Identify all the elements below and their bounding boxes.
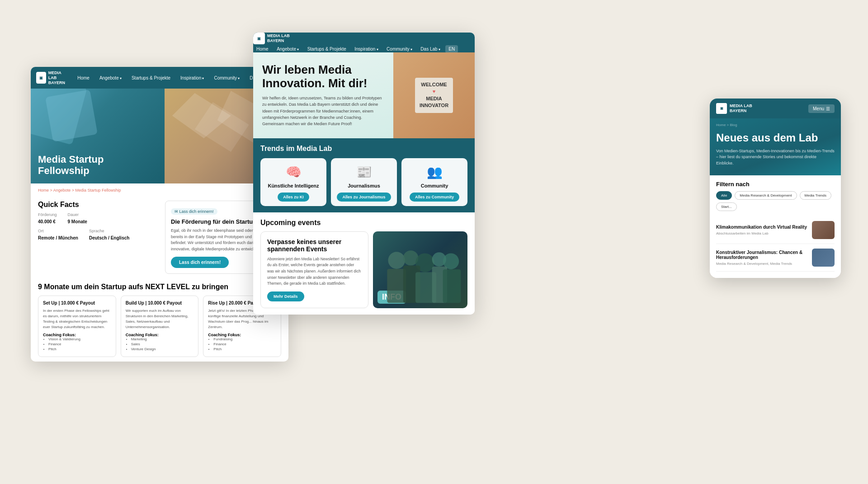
- mobile-navbar: ▣ MEDIA LAB BAYERN Menu ☰: [710, 99, 841, 118]
- fact-dauer-value: 9 Monate: [68, 219, 87, 224]
- main-breadcrumb-area: Home > Angebote > Media Startup Fellowsh…: [31, 183, 288, 201]
- center-nav-lang[interactable]: EN: [445, 45, 458, 53]
- filter-section: Filtern nach Alle Media Research & Devel…: [710, 175, 841, 216]
- trend-btn-ki[interactable]: Alles zu KI: [278, 193, 309, 202]
- quick-facts-title: Quick Facts: [38, 201, 154, 209]
- phases-grid: Set Up | 10.000 € Payout In der ersten P…: [38, 296, 281, 357]
- quick-facts-col: Quick Facts Förderung 40.000 € Dauer 9 M…: [38, 201, 154, 274]
- center-hero-text: Wir helfen dir, Ideen umzusetzen, Teams …: [262, 95, 384, 127]
- main-logo-text: MEDIA LAB BAYERN: [48, 70, 67, 85]
- filter-tag-mediatrends[interactable]: Media Trends: [800, 191, 831, 200]
- center-navbar: ▣ MEDIA LAB BAYERN Home Angebote Startup…: [253, 33, 475, 52]
- event-image: INFO: [373, 231, 467, 308]
- mobile-logo-icon: ▣: [716, 103, 727, 114]
- phase-list-item: Finance: [48, 342, 111, 346]
- fact-row-2: Ort Remote / München Sprache Deutsch / E…: [38, 229, 154, 241]
- phase-list-item: Pitch: [48, 347, 111, 351]
- main-nav-home[interactable]: Home: [74, 74, 93, 82]
- center-logo-text: MEDIA LAB BAYERN: [267, 33, 290, 43]
- quick-facts-section: Quick Facts Förderung 40.000 € Dauer 9 M…: [31, 201, 288, 278]
- filter-tag-mrd[interactable]: Media Research & Development: [735, 191, 797, 200]
- upcoming-card-title: Verpasse keines unserer spannenden Event…: [267, 238, 362, 253]
- mobile-menu-label: Menu: [813, 106, 824, 111]
- phase-list-1: Marketing Sales Venture Design: [126, 337, 194, 351]
- main-navbar: ▣ MEDIA LAB BAYERN Home Angebote Startup…: [31, 67, 288, 89]
- mobile-blog-subtitle: Von Medien-Startups, Medien-Innovationen…: [716, 148, 835, 167]
- window-main: ▣ MEDIA LAB BAYERN Home Angebote Startup…: [31, 67, 288, 362]
- article-list: Klimakommunikation durch Virtual Reality…: [710, 216, 841, 278]
- phase-list-item: Vision & Validierung: [48, 337, 111, 341]
- phase-title-1: Build Up | 10.000 € Payout: [126, 301, 194, 305]
- center-hero-right: WELCOME ♥ MEDIA INNOVATOR: [393, 52, 475, 138]
- phase-list-item: Venture Design: [131, 347, 194, 351]
- article-title-0: Klimakommunikation durch Virtual Reality: [716, 225, 807, 230]
- article-info-0: Klimakommunikation durch Virtual Reality…: [716, 225, 807, 235]
- upcoming-text-card: Verpasse keines unserer spannenden Event…: [260, 231, 368, 308]
- heart-icon: ♥: [433, 89, 436, 94]
- next-level-section: 9 Monate um dein Startup aufs NEXT LEVEL…: [31, 278, 288, 362]
- fact-foerderung-label: Förderung: [38, 212, 57, 217]
- filter-title: Filtern nach: [716, 181, 835, 188]
- upcoming-grid: Verpasse keines unserer spannenden Event…: [260, 231, 467, 308]
- main-nav-angebote[interactable]: Angebote: [96, 74, 125, 82]
- community-icon: 👥: [406, 164, 463, 179]
- hamburger-icon: ☰: [826, 106, 830, 111]
- fact-sprache-value: Deutsch / Englisch: [89, 235, 129, 240]
- fact-sprache-label: Sprache: [89, 229, 129, 233]
- welcome-line3: INNOVATOR: [420, 102, 448, 109]
- upcoming-img-card: INFO: [373, 231, 467, 308]
- journalismus-icon: 📰: [335, 164, 392, 179]
- article-item-1: Konstruktiver Journalismus: Chancen & He…: [716, 244, 835, 272]
- main-nav-community[interactable]: Community: [211, 74, 243, 82]
- trend-name-ki: Künstliche Intelligenz: [265, 183, 322, 188]
- fact-sprache: Sprache Deutsch / Englisch: [89, 229, 129, 241]
- trend-card-community: 👥 Community Alles zu Community: [401, 158, 467, 206]
- phase-card-1: Build Up | 10.000 € Payout Wir supporten…: [121, 296, 199, 357]
- ki-icon: 🧠: [265, 164, 322, 179]
- reminder-tag: ✉ Lass dich erinnern!: [171, 208, 217, 215]
- fact-foerderung-value: 40.000 €: [38, 219, 56, 224]
- phase-list-item: Fundraising: [213, 337, 276, 341]
- phase-focus-2: Coaching Fokus:: [208, 333, 276, 337]
- window-center: ▣ MEDIA LAB BAYERN Home Angebote Startup…: [253, 33, 475, 315]
- fact-row-1: Förderung 40.000 € Dauer 9 Monate: [38, 212, 154, 225]
- article-item-0: Klimakommunikation durch Virtual Reality…: [716, 216, 835, 244]
- main-nav-startups[interactable]: Startups & Projekte: [128, 74, 174, 82]
- svg-rect-12: [443, 269, 461, 303]
- trend-card-ki: 🧠 Künstliche Intelligenz Alles zu KI: [260, 158, 326, 206]
- next-level-title: 9 Monate um dein Startup aufs NEXT LEVEL…: [38, 283, 281, 291]
- phase-list-2: Fundraising Finance Pitch: [208, 337, 276, 351]
- filter-tag-alle[interactable]: Alle: [716, 191, 732, 200]
- phase-text-0: In der ersten Phase des Fellowships geht…: [43, 308, 111, 330]
- reminder-button[interactable]: Lass dich erinnern!: [171, 257, 229, 268]
- breadcrumb: Home > Angebote > Media Startup Fellowsh…: [38, 188, 281, 193]
- mobile-logo-text: MEDIA LAB BAYERN: [730, 103, 752, 113]
- article-info-1: Konstruktiver Journalismus: Chancen & He…: [716, 250, 807, 266]
- fact-dauer-label: Dauer: [68, 212, 87, 217]
- mobile-menu-button[interactable]: Menu ☰: [808, 104, 835, 113]
- phase-focus-0: Coaching Fokus:: [43, 333, 111, 337]
- main-logo-icon: ▣: [36, 72, 46, 84]
- fact-ort-value: Remote / München: [38, 235, 78, 240]
- phase-list-item: Pitch: [213, 347, 276, 351]
- trend-name-community: Community: [406, 183, 463, 188]
- trend-btn-community[interactable]: Alles zu Community: [410, 193, 459, 202]
- mobile-hero: Home > Blog Neues aus dem Lab Von Medien…: [710, 118, 841, 175]
- hero-graphic: Media Startup Fellowship: [31, 89, 165, 183]
- phase-text-1: Wir supporten euch im Aufbau von Struktu…: [126, 308, 194, 330]
- phase-title-0: Set Up | 10.000 € Payout: [43, 301, 111, 305]
- event-crowd-svg: [373, 231, 467, 308]
- trend-btn-journalismus[interactable]: Alles zu Journalismus: [337, 193, 391, 202]
- fact-ort: Ort Remote / München: [38, 229, 78, 241]
- upcoming-section: Upcoming events Verpasse keines unserer …: [253, 212, 475, 315]
- welcome-line2: MEDIA: [420, 95, 448, 102]
- filter-tag-start[interactable]: Start...: [716, 202, 737, 211]
- article-meta-0: Abschlussarbeiten im Media Lab: [716, 231, 807, 235]
- main-nav-inspiration[interactable]: Inspiration: [177, 74, 207, 82]
- welcome-sign: WELCOME ♥ MEDIA INNOVATOR: [393, 52, 475, 138]
- article-title-1: Konstruktiver Journalismus: Chancen & He…: [716, 250, 807, 260]
- trend-card-journalismus: 📰 Journalismus Alles zu Journalismus: [331, 158, 397, 206]
- welcome-sign-text: WELCOME ♥ MEDIA INNOVATOR: [415, 78, 453, 113]
- upcoming-mehr-details-button[interactable]: Mehr Details: [267, 291, 304, 301]
- trends-title: Trends im Media Lab: [260, 145, 467, 153]
